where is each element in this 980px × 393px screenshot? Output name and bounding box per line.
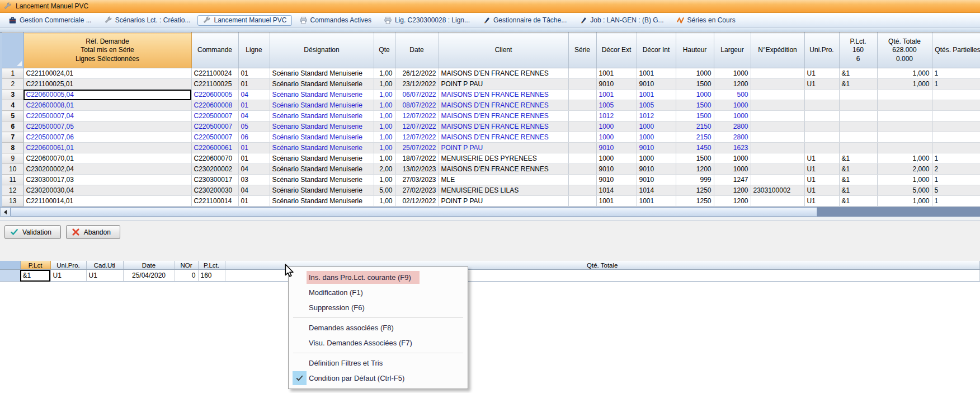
cell-qte_totale[interactable]: 5,000 — [877, 185, 932, 196]
lower-cell-unipro[interactable]: U1 — [50, 270, 86, 282]
cell-qtes_part[interactable]: 5 — [932, 185, 980, 196]
cell-serie[interactable] — [568, 111, 596, 121]
cell-date[interactable]: 08/07/2022 — [395, 100, 439, 111]
cell-serie[interactable] — [568, 164, 596, 175]
cell-client[interactable]: POINT P PAU — [439, 196, 568, 207]
cell-expedition[interactable] — [751, 79, 804, 90]
tab-6[interactable]: Job : LAN-GEN : (B) G... — [574, 15, 668, 26]
cell-decor_int[interactable]: 1001 — [637, 196, 676, 207]
col-header-expedition[interactable]: N°Expédition — [751, 33, 804, 68]
cell-qte[interactable]: 1,00 — [374, 153, 395, 164]
tab-2[interactable]: Lancement Manuel PVC — [197, 15, 291, 26]
cell-serie[interactable] — [568, 68, 596, 79]
cell-decor_ext[interactable]: 1014 — [596, 185, 637, 196]
cell-qtes_part[interactable] — [932, 132, 980, 143]
cell-qtes_part[interactable]: 2 — [932, 164, 980, 175]
cell-designation[interactable]: Scénario Standard Menuiserie — [270, 196, 374, 207]
cell-serie[interactable] — [568, 143, 596, 153]
tab-7[interactable]: Séries en Cours — [671, 15, 741, 26]
cell-rownum[interactable]: 13 — [2, 196, 23, 207]
cell-largeur[interactable]: 1000 — [714, 111, 751, 121]
cell-hauteur[interactable]: 1000 — [676, 90, 714, 100]
cell-largeur[interactable]: 1200 — [714, 79, 751, 90]
cell-ref[interactable]: C220600061,01 — [23, 143, 191, 153]
cell-client[interactable]: MAISONS D'EN FRANCE RENNES — [439, 90, 568, 100]
cell-plct[interactable] — [839, 90, 877, 100]
cell-ref[interactable]: C221100024,01 — [23, 68, 191, 79]
cell-serie[interactable] — [568, 153, 596, 164]
cell-qte[interactable]: 1,00 — [374, 175, 395, 185]
cell-expedition[interactable] — [751, 100, 804, 111]
cell-ref[interactable]: C221100025,01 — [23, 79, 191, 90]
cell-rownum[interactable]: 6 — [2, 121, 23, 132]
col-header-serie[interactable]: Série — [568, 33, 596, 68]
table-row[interactable]: 1C221100024,01C22110002401Scénario Stand… — [2, 68, 980, 79]
cell-unipro[interactable] — [804, 121, 839, 132]
cell-decor_ext[interactable]: 9010 — [596, 143, 637, 153]
cell-hauteur[interactable]: 1450 — [676, 143, 714, 153]
cell-plct[interactable] — [839, 132, 877, 143]
cell-date[interactable]: 06/07/2022 — [395, 90, 439, 100]
cell-unipro[interactable] — [804, 90, 839, 100]
lower-cell-cadtui[interactable]: U1 — [86, 270, 123, 282]
col-header-qtes_part[interactable]: Qtés. Partielles — [932, 33, 980, 68]
table-row[interactable]: 10C230200002,04C23020000204Scénario Stan… — [2, 164, 980, 175]
cell-plct[interactable]: &1 — [839, 185, 877, 196]
cell-unipro[interactable]: U1 — [804, 79, 839, 90]
cell-date[interactable]: 27/02/2023 — [395, 185, 439, 196]
cell-qtes_part[interactable] — [932, 121, 980, 132]
cell-ligne[interactable]: 01 — [238, 143, 270, 153]
cell-qtes_part[interactable] — [932, 111, 980, 121]
cell-rownum[interactable]: 11 — [2, 175, 23, 185]
cell-client[interactable]: POINT P PAU — [439, 143, 568, 153]
lower-cell-date[interactable]: 25/04/2020 — [123, 270, 175, 282]
cell-qtes_part[interactable]: 1 — [932, 79, 980, 90]
cell-commande[interactable]: C230300017 — [191, 175, 238, 185]
cell-ref[interactable]: C220500007,04 — [23, 111, 191, 121]
cell-qte_totale[interactable]: 1,000 — [877, 175, 932, 185]
cell-expedition[interactable] — [751, 132, 804, 143]
cell-qte[interactable]: 1,00 — [374, 79, 395, 90]
cell-date[interactable]: 18/07/2022 — [395, 153, 439, 164]
cell-expedition[interactable] — [751, 143, 804, 153]
cell-client[interactable]: MENUISERIE DES PYRENEES — [439, 153, 568, 164]
cell-decor_int[interactable]: 9010 — [637, 143, 676, 153]
cell-commande[interactable]: C230200002 — [191, 164, 238, 175]
cell-qte_totale[interactable]: 1,000 — [877, 196, 932, 207]
cell-qte_totale[interactable]: 1,000 — [877, 68, 932, 79]
tab-5[interactable]: Gestionnaire de Tâche... — [477, 15, 572, 26]
cell-largeur[interactable]: 1623 — [714, 143, 751, 153]
cell-qte_totale[interactable] — [877, 121, 932, 132]
col-header-largeur[interactable]: Largeur — [714, 33, 751, 68]
cell-designation[interactable]: Scénario Standard Menuiserie — [270, 68, 374, 79]
cell-rownum[interactable]: 5 — [2, 111, 23, 121]
cell-commande[interactable]: C230200030 — [191, 185, 238, 196]
cell-qte[interactable]: 5,00 — [374, 185, 395, 196]
cell-date[interactable]: 12/07/2022 — [395, 121, 439, 132]
cell-date[interactable]: 12/07/2022 — [395, 132, 439, 143]
cell-client[interactable]: MAISONS D'EN FRANCE RENNES — [439, 111, 568, 121]
cell-largeur[interactable]: 500 — [714, 90, 751, 100]
cell-date[interactable]: 27/03/2023 — [395, 175, 439, 185]
scroll-left-arrow[interactable] — [0, 207, 11, 217]
cell-rownum[interactable]: 2 — [2, 79, 23, 90]
cell-designation[interactable]: Scénario Standard Menuiserie — [270, 153, 374, 164]
cell-client[interactable]: MLE — [439, 175, 568, 185]
cell-commande[interactable]: C220600008 — [191, 100, 238, 111]
cell-commande[interactable]: C221100014 — [191, 196, 238, 207]
cell-qtes_part[interactable]: 1 — [932, 153, 980, 164]
cell-expedition[interactable] — [751, 90, 804, 100]
cell-designation[interactable]: Scénario Standard Menuiserie — [270, 185, 374, 196]
cell-date[interactable]: 23/12/2022 — [395, 79, 439, 90]
cell-ligne[interactable]: 01 — [238, 68, 270, 79]
cell-commande[interactable]: C220500007 — [191, 121, 238, 132]
cell-rownum[interactable]: 7 — [2, 132, 23, 143]
table-row[interactable]: 5C220500007,04C22050000704Scénario Stand… — [2, 111, 980, 121]
lower-col-header-plct[interactable]: P.Lct — [20, 261, 50, 270]
abandon-button[interactable]: Abandon — [66, 225, 120, 239]
col-header-commande[interactable]: Commande — [191, 33, 238, 68]
col-header-decor_int[interactable]: Décor Int — [637, 33, 676, 68]
cell-ref[interactable]: C220500007,05 — [23, 121, 191, 132]
lower-col-header-plct2[interactable]: P.Lct. — [198, 261, 225, 270]
cell-expedition[interactable] — [751, 175, 804, 185]
